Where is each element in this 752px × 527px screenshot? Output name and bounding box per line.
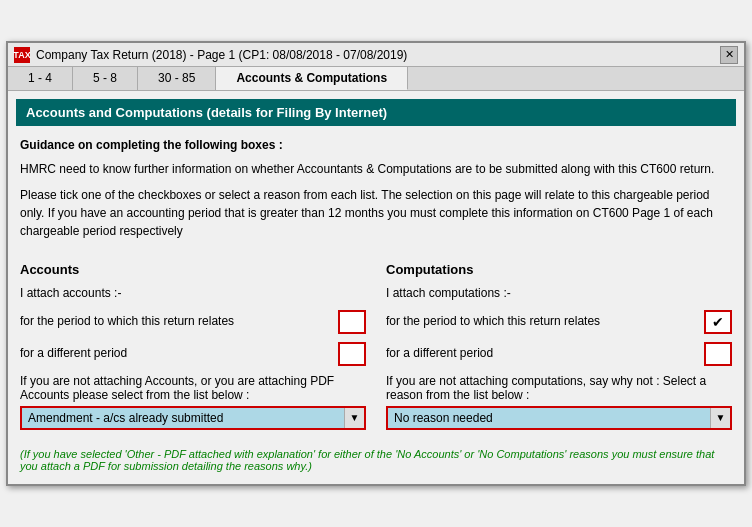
accounts-different-label: for a different period: [20, 345, 338, 362]
app-icon: TAX: [14, 47, 30, 63]
accounts-dropdown-section: If you are not attaching Accounts, or yo…: [20, 374, 366, 430]
guidance-para1: HMRC need to know further information on…: [20, 160, 732, 178]
guidance-section: Guidance on completing the following box…: [16, 136, 736, 258]
tab-30-85[interactable]: 30 - 85: [138, 67, 216, 90]
computations-dropdown-value[interactable]: No reason needed: [388, 408, 710, 428]
computations-different-row: for a different period: [386, 342, 732, 366]
tab-5-8[interactable]: 5 - 8: [73, 67, 138, 90]
footer-note: (If you have selected 'Other - PDF attac…: [16, 444, 736, 476]
computations-column: Computations I attach computations :- fo…: [386, 262, 732, 430]
accounts-period-row: for the period to which this return rela…: [20, 310, 366, 334]
accounts-different-row: for a different period: [20, 342, 366, 366]
window-title: Company Tax Return (2018) - Page 1 (CP1:…: [36, 48, 407, 62]
close-button[interactable]: ✕: [720, 46, 738, 64]
computations-title: Computations: [386, 262, 732, 277]
computations-period-checkbox[interactable]: [704, 310, 732, 334]
computations-different-checkbox[interactable]: [704, 342, 732, 366]
guidance-title: Guidance on completing the following box…: [20, 136, 732, 154]
accounts-period-label: for the period to which this return rela…: [20, 313, 338, 330]
computations-attach-label: I attach computations :-: [386, 285, 732, 302]
computations-attach-label-row: I attach computations :-: [386, 285, 732, 302]
computations-period-label: for the period to which this return rela…: [386, 313, 704, 330]
accounts-column: Accounts I attach accounts :- for the pe…: [20, 262, 366, 430]
tab-bar: 1 - 4 5 - 8 30 - 85 Accounts & Computati…: [8, 67, 744, 91]
title-bar: TAX Company Tax Return (2018) - Page 1 (…: [8, 43, 744, 67]
accounts-period-checkbox[interactable]: [338, 310, 366, 334]
computations-different-label: for a different period: [386, 345, 704, 362]
accounts-dropdown-value[interactable]: Amendment - a/cs already submitted: [22, 408, 344, 428]
accounts-attach-label: I attach accounts :-: [20, 285, 366, 302]
accounts-attach-label-row: I attach accounts :-: [20, 285, 366, 302]
accounts-different-checkbox[interactable]: [338, 342, 366, 366]
accounts-dropdown-label: If you are not attaching Accounts, or yo…: [20, 374, 366, 402]
accounts-dropdown[interactable]: Amendment - a/cs already submitted ▼: [20, 406, 366, 430]
accounts-dropdown-arrow[interactable]: ▼: [344, 408, 364, 428]
title-bar-left: TAX Company Tax Return (2018) - Page 1 (…: [14, 47, 407, 63]
computations-period-row: for the period to which this return rela…: [386, 310, 732, 334]
computations-dropdown[interactable]: No reason needed ▼: [386, 406, 732, 430]
accounts-title: Accounts: [20, 262, 366, 277]
computations-dropdown-section: If you are not attaching computations, s…: [386, 374, 732, 430]
guidance-para2: Please tick one of the checkboxes or sel…: [20, 186, 732, 240]
tab-accounts-computations[interactable]: Accounts & Computations: [216, 67, 408, 90]
section-header: Accounts and Computations (details for F…: [16, 99, 736, 126]
computations-dropdown-arrow[interactable]: ▼: [710, 408, 730, 428]
computations-dropdown-label: If you are not attaching computations, s…: [386, 374, 732, 402]
main-content: Accounts and Computations (details for F…: [8, 91, 744, 484]
main-window: TAX Company Tax Return (2018) - Page 1 (…: [6, 41, 746, 486]
tab-1-4[interactable]: 1 - 4: [8, 67, 73, 90]
two-column-layout: Accounts I attach accounts :- for the pe…: [16, 258, 736, 434]
